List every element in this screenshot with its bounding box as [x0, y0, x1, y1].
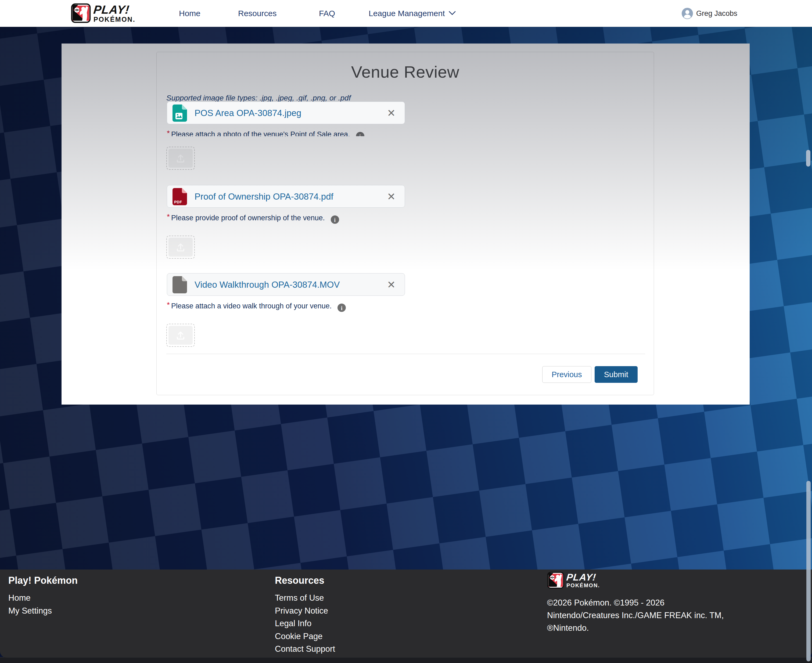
previous-button[interactable]: Previous	[542, 366, 591, 383]
required-asterisk: *	[167, 212, 170, 221]
logo-play-text: PLAY!	[566, 572, 600, 582]
attached-file-chip[interactable]: PDF Proof of Ownership OPA-30874.pdf ✕	[167, 185, 405, 208]
checkered-background: Venue Review Supported image file types:…	[0, 27, 812, 569]
logo-pokemon-text: POKÉMON.	[94, 16, 136, 23]
info-icon[interactable]: i	[331, 215, 339, 224]
info-icon[interactable]: i	[356, 132, 364, 136]
attached-file-link[interactable]: POS Area OPA-30874.jpeg	[194, 102, 301, 125]
user-name: Greg Jacobs	[696, 10, 737, 18]
attached-file-chip[interactable]: Video Walkthrough OPA-30874.MOV ✕	[167, 273, 405, 296]
copyright-line: Nintendo/Creatures Inc./GAME FREAK inc. …	[547, 609, 724, 622]
pokemon-trainer-badge-icon	[71, 3, 91, 23]
footer-brand-wordmark: PLAY! POKÉMON.	[566, 572, 600, 588]
footer-bottom-strip	[0, 657, 812, 663]
nav-item-home[interactable]: Home	[179, 0, 201, 27]
attached-file-chip[interactable]: POS Area OPA-30874.jpeg ✕	[167, 102, 405, 124]
attached-file-link[interactable]: Proof of Ownership OPA-30874.pdf	[194, 185, 333, 208]
upload-icon	[176, 330, 185, 340]
upload-button[interactable]	[168, 326, 192, 344]
footer-link-terms-of-use[interactable]: Terms of Use	[275, 593, 324, 603]
copyright-line: ©2026 Pokémon. ©1995 - 2026	[547, 597, 724, 609]
upload-button[interactable]	[168, 149, 192, 168]
footer: Play! Pokémon Home My Settings Resources…	[0, 569, 812, 663]
caption-text: Please attach a video walk through of yo…	[171, 302, 332, 310]
footer-col1-title: Play! Pokémon	[8, 575, 78, 586]
logo-play-text: PLAY!	[93, 4, 136, 16]
nav-item-faq[interactable]: FAQ	[319, 0, 335, 27]
caption-text: Please attach a photo of the venue's Poi…	[171, 130, 350, 136]
top-navbar: PLAY! POKÉMON. Home Resources FAQ League…	[0, 0, 812, 27]
scrollbar-thumb[interactable]	[806, 481, 810, 661]
remove-file-button[interactable]: ✕	[387, 102, 396, 125]
footer-play-pokemon-logo: PLAY! POKÉMON.	[547, 572, 600, 589]
upload-dropzone[interactable]	[166, 324, 195, 347]
required-asterisk: *	[167, 129, 170, 136]
content-panel: Venue Review Supported image file types:…	[61, 44, 750, 404]
caption-text: Please provide proof of ownership of the…	[171, 214, 325, 222]
footer-link-legal-info[interactable]: Legal Info	[275, 619, 311, 628]
play-pokemon-logo[interactable]: PLAY! POKÉMON.	[71, 3, 136, 23]
page: PLAY! POKÉMON. Home Resources FAQ League…	[0, 0, 812, 663]
form-actions: Previous Submit	[542, 366, 637, 383]
file-icon	[173, 276, 187, 293]
attached-file-link[interactable]: Video Walkthrough OPA-30874.MOV	[194, 273, 340, 296]
nav-item-label: League Management	[369, 9, 445, 18]
footer-copyright: ©2026 Pokémon. ©1995 - 2026 Nintendo/Cre…	[547, 597, 724, 634]
info-glyph: i	[334, 217, 336, 223]
close-icon: ✕	[387, 191, 396, 202]
file-icon-wrap	[173, 105, 187, 122]
footer-link-cookie-page[interactable]: Cookie Page	[275, 632, 323, 641]
remove-file-button[interactable]: ✕	[387, 185, 396, 208]
upload-button[interactable]	[168, 238, 192, 257]
logo-pokemon-text: POKÉMON.	[566, 583, 600, 588]
required-asterisk: *	[167, 301, 170, 309]
divider	[166, 354, 645, 354]
footer-link-home[interactable]: Home	[8, 593, 31, 603]
upload-dropzone[interactable]	[166, 236, 195, 259]
footer-panel: Play! Pokémon Home My Settings Resources…	[0, 569, 812, 658]
info-glyph: i	[341, 305, 343, 311]
upload-icon	[176, 242, 185, 252]
upload-caption: *Please attach a photo of the venue's Po…	[167, 129, 364, 136]
file-icon-wrap: PDF	[173, 188, 187, 205]
info-glyph: i	[359, 133, 361, 136]
footer-link-privacy-notice[interactable]: Privacy Notice	[275, 606, 328, 616]
copyright-line: ®Nintendo.	[547, 622, 724, 634]
image-file-icon	[173, 105, 187, 122]
nav-item-resources[interactable]: Resources	[238, 0, 277, 27]
upload-caption: *Please attach a video walk through of y…	[167, 301, 346, 312]
remove-file-button[interactable]: ✕	[387, 273, 396, 296]
page-title: Venue Review	[157, 62, 654, 81]
user-menu[interactable]: Greg Jacobs	[682, 0, 737, 27]
footer-link-contact-support[interactable]: Contact Support	[275, 644, 335, 654]
pdf-badge-text: PDF	[174, 200, 182, 204]
footer-col2-title: Resources	[275, 575, 324, 586]
upload-icon	[176, 154, 185, 163]
close-icon: ✕	[387, 279, 396, 290]
nav-item-league-management[interactable]: League Management	[369, 0, 456, 27]
brand-wordmark: PLAY! POKÉMON.	[94, 4, 136, 23]
scrollbar-thumb-upper[interactable]	[806, 150, 810, 167]
pokemon-trainer-badge-icon	[547, 572, 564, 589]
file-icon-wrap	[173, 276, 187, 293]
footer-link-my-settings[interactable]: My Settings	[8, 606, 52, 616]
file-types-note: Supported image file types: .jpg, .jpeg,…	[166, 94, 351, 102]
upload-dropzone[interactable]	[166, 147, 195, 170]
chevron-down-icon	[449, 11, 456, 15]
venue-review-card: Venue Review Supported image file types:…	[156, 52, 654, 395]
info-icon[interactable]: i	[338, 304, 346, 312]
close-icon: ✕	[387, 107, 396, 119]
submit-button[interactable]: Submit	[595, 366, 637, 383]
user-avatar-icon	[682, 8, 693, 19]
upload-caption: *Please provide proof of ownership of th…	[167, 212, 339, 224]
